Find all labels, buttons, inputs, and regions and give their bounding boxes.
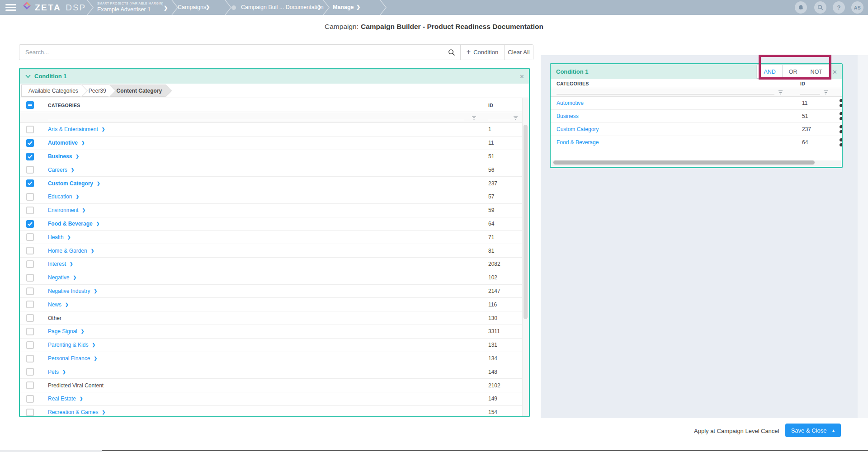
category-row[interactable]: Real Estate ❯ 149 [20,392,529,406]
id-filter-icon[interactable] [823,89,829,97]
category-row[interactable]: Business ❯ 51 [20,150,529,164]
row-checkbox[interactable] [26,274,34,282]
expand-chevron-icon[interactable]: ❯ [75,154,79,159]
tab-content-category[interactable]: Content Category [110,85,166,97]
row-checkbox[interactable] [26,220,34,228]
breadcrumb-campaigns[interactable]: Campaigns [178,4,206,10]
expand-chevron-icon[interactable]: ❯ [81,329,85,334]
global-search-icon[interactable] [814,1,826,14]
breadcrumb-manage[interactable]: Manage [333,4,354,10]
category-link[interactable]: Custom Category [557,126,599,132]
id-filter-input[interactable] [488,120,510,120]
expand-chevron-icon[interactable]: ❯ [97,181,100,186]
category-link[interactable]: Business [557,113,579,119]
row-checkbox[interactable] [26,328,34,335]
selected-category-row[interactable]: Custom Category 237 [551,123,842,136]
category-row[interactable]: Interest ❯ 2082 [20,258,529,271]
category-row[interactable]: Predicted Viral Content 2102 [20,379,529,392]
category-row[interactable]: Careers ❯ 56 [20,163,529,177]
row-checkbox[interactable] [26,314,34,322]
row-checkbox[interactable] [26,381,34,389]
category-row[interactable]: News ❯ 116 [20,298,529,311]
category-link[interactable]: Health ❯ [48,234,71,240]
row-checkbox[interactable] [26,341,34,349]
right-condition-close-icon[interactable]: ✕ [832,68,837,75]
row-checkbox[interactable] [26,355,34,363]
category-link[interactable]: Business ❯ [48,153,79,160]
expand-chevron-icon[interactable]: ❯ [75,194,79,199]
expand-chevron-icon[interactable]: ❯ [70,262,73,266]
expand-chevron-icon[interactable]: ❯ [102,127,105,132]
search-icon[interactable] [443,49,460,56]
save-dropdown-caret-icon[interactable]: ▲ [831,428,835,433]
expand-chevron-icon[interactable]: ❯ [62,370,66,374]
save-close-button[interactable]: Save & Close ▲ [785,424,841,437]
expand-chevron-icon[interactable]: ❯ [73,275,76,280]
category-row[interactable]: Personal Finance ❯ 134 [20,352,529,366]
category-link[interactable]: News ❯ [48,301,69,308]
left-condition-close-icon[interactable]: ✕ [519,73,524,80]
category-row[interactable]: Recreation & Games ❯ 154 [20,406,529,417]
right-hscrollbar-thumb[interactable] [553,160,815,165]
breadcrumb-campaign-doc-chevron-icon[interactable]: ❯ [317,4,321,10]
category-row[interactable]: Parenting & Kids ❯ 131 [20,339,529,352]
category-row[interactable]: Negative Industry ❯ 2147 [20,285,529,298]
category-row[interactable]: Negative ❯ 102 [20,271,529,285]
breadcrumb-advertiser[interactable]: Example Advertiser 1 [97,6,151,13]
row-checkbox[interactable] [26,193,34,201]
category-row[interactable]: Home & Garden ❯ 81 [20,244,529,258]
row-checkbox[interactable] [26,179,34,187]
category-link[interactable]: Automotive [557,100,584,106]
category-row[interactable]: Automotive ❯ 11 [20,137,529,150]
category-link[interactable]: Careers ❯ [48,167,74,173]
row-checkbox[interactable] [26,233,34,241]
left-scrollbar-thumb[interactable] [524,125,528,319]
row-checkbox[interactable] [26,247,34,254]
category-link[interactable]: Arts & Entertainment ❯ [48,126,105,132]
expand-chevron-icon[interactable]: ❯ [91,249,94,253]
row-checkbox[interactable] [26,166,34,174]
row-checkbox[interactable] [26,287,34,295]
row-checkbox[interactable] [26,126,34,133]
row-checkbox[interactable] [26,207,34,214]
category-row[interactable]: Food & Beverage ❯ 64 [20,217,529,231]
category-link[interactable]: Food & Beverage [557,139,599,146]
category-row[interactable]: Custom Category ❯ 237 [20,177,529,190]
category-link[interactable]: Recreation & Games ❯ [48,409,105,415]
zeta-dsp-logo[interactable]: ZETA DSP [22,0,86,15]
row-checkbox[interactable] [26,409,34,416]
row-checkbox[interactable] [26,153,34,160]
category-link[interactable]: Personal Finance ❯ [48,355,97,362]
row-checkbox[interactable] [26,139,34,147]
category-row[interactable]: Education ❯ 57 [20,190,529,204]
category-link[interactable]: Predicted Viral Content [48,382,104,389]
collapse-chevron-icon[interactable] [25,75,31,78]
category-link[interactable]: Parenting & Kids ❯ [48,342,95,348]
expand-chevron-icon[interactable]: ❯ [92,343,95,347]
clear-all-button[interactable]: Clear All [504,45,533,60]
category-link[interactable]: Real Estate ❯ [48,396,83,402]
row-checkbox[interactable] [26,395,34,403]
tab-available-categories[interactable]: Available Categories [21,85,82,97]
categories-filter-input[interactable] [48,120,464,120]
breadcrumb-campaigns-chevron-icon[interactable]: ❯ [206,4,210,10]
category-link[interactable]: Custom Category ❯ [48,180,100,187]
selected-category-row[interactable]: Automotive 11 [551,97,842,110]
row-checkbox[interactable] [26,368,34,376]
category-link[interactable]: Negative ❯ [48,274,76,281]
category-row[interactable]: Page Signal ❯ 3311 [20,325,529,339]
category-row[interactable]: Environment ❯ 59 [20,204,529,217]
category-row[interactable]: Health ❯ 71 [20,231,529,244]
breadcrumb-campaign-doc[interactable]: Campaign Buil ... Documentation [241,4,324,10]
category-link[interactable]: Home & Garden ❯ [48,248,94,254]
categories-filter-icon[interactable] [778,89,783,97]
expand-chevron-icon[interactable]: ❯ [94,356,97,361]
cancel-button[interactable]: Cancel [761,428,779,434]
category-row[interactable]: Pets ❯ 148 [20,365,529,379]
category-row[interactable]: Other 130 [20,311,529,325]
row-checkbox[interactable] [26,301,34,308]
hamburger-menu-icon[interactable] [5,4,16,11]
expand-chevron-icon[interactable]: ❯ [82,208,85,212]
selected-category-row[interactable]: Food & Beverage 64 [551,136,842,149]
category-link[interactable]: Page Signal ❯ [48,328,84,334]
